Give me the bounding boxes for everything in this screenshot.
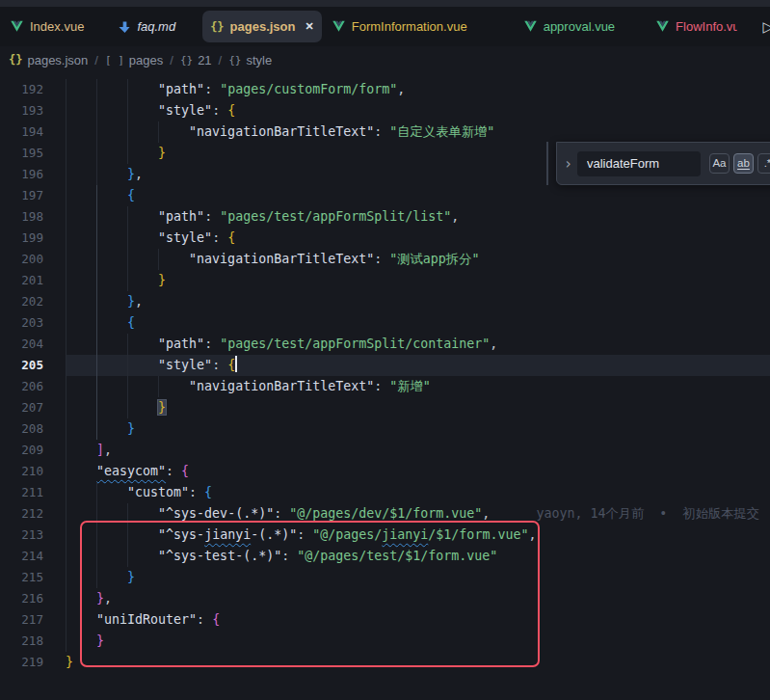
line-number[interactable]: 195 bbox=[0, 143, 43, 164]
line-number[interactable]: 192 bbox=[0, 79, 43, 100]
code-content[interactable]: "navigationBarTitleText": "自定义表单新增" bbox=[66, 121, 770, 143]
line-number[interactable]: 193 bbox=[0, 100, 43, 121]
code-line[interactable]: 201 } bbox=[0, 270, 770, 291]
line-number[interactable]: 210 bbox=[0, 461, 43, 482]
line-number[interactable]: 201 bbox=[0, 270, 43, 291]
line-number[interactable]: 205 bbox=[0, 355, 43, 376]
code-line[interactable]: 209 ], bbox=[0, 440, 770, 461]
code-content[interactable]: "path": "pages/customForm/form", bbox=[66, 79, 770, 100]
breadcrumb-item-pages-json[interactable]: {}pages.json bbox=[9, 53, 88, 67]
code-line[interactable]: 219} bbox=[0, 652, 770, 673]
line-number[interactable]: 211 bbox=[0, 482, 43, 503]
code-content[interactable]: } bbox=[66, 631, 770, 652]
line-number[interactable]: 208 bbox=[0, 418, 43, 440]
breadcrumb-item-21[interactable]: {}21 bbox=[180, 53, 212, 67]
code-line[interactable]: 218 } bbox=[0, 631, 770, 652]
code-content[interactable]: }, bbox=[66, 588, 770, 609]
code-content[interactable]: "^sys-dev-(.*)": "@/pages/dev/$1/form.vu… bbox=[66, 503, 770, 525]
line-number[interactable]: 199 bbox=[0, 228, 43, 249]
line-number[interactable]: 204 bbox=[0, 334, 43, 355]
tab-index-vue[interactable]: Index.vue bbox=[2, 11, 92, 42]
line-number[interactable]: 219 bbox=[0, 652, 43, 673]
tab-close-button[interactable]: ✕ bbox=[305, 20, 314, 33]
line-number[interactable]: 194 bbox=[0, 121, 43, 143]
code-line[interactable]: 206 "navigationBarTitleText": "新增" bbox=[0, 376, 770, 397]
code-content[interactable]: } bbox=[66, 418, 770, 440]
code-content[interactable]: } bbox=[66, 270, 770, 291]
code-line[interactable]: 194 "navigationBarTitleText": "自定义表单新增" bbox=[0, 121, 770, 143]
find-widget-sash[interactable] bbox=[546, 142, 548, 185]
code-content[interactable]: "path": "pages/test/appFormSplit/list", bbox=[66, 206, 770, 228]
code-line[interactable]: 200 "navigationBarTitleText": "测试app拆分" bbox=[0, 249, 770, 270]
code-content[interactable]: { bbox=[66, 312, 770, 334]
line-number[interactable]: 206 bbox=[0, 376, 43, 397]
code-token bbox=[66, 209, 158, 224]
code-line[interactable]: 213 "^sys-jianyi-(.*)": "@/pages/jianyi/… bbox=[0, 525, 770, 546]
tab-flowinfo-vue[interactable]: FlowInfo.vue bbox=[648, 11, 745, 42]
code-line[interactable]: 198 "path": "pages/test/appFormSplit/lis… bbox=[0, 206, 770, 228]
breadcrumb-item-pages[interactable]: [ ]pages bbox=[105, 53, 163, 67]
line-number[interactable]: 213 bbox=[0, 525, 43, 546]
find-input[interactable] bbox=[577, 151, 701, 176]
code-content[interactable]: { bbox=[66, 185, 770, 206]
line-number[interactable]: 196 bbox=[0, 164, 43, 185]
whole-word-button[interactable]: ab bbox=[733, 153, 754, 174]
tab-approval-vue[interactable]: approval.vue bbox=[516, 11, 623, 42]
code-line[interactable]: 214 "^sys-test-(.*)": "@/pages/test/$1/f… bbox=[0, 546, 770, 567]
code-line[interactable]: 199 "style": { bbox=[0, 228, 770, 249]
line-number[interactable]: 216 bbox=[0, 588, 43, 609]
code-content[interactable]: "easycom": { bbox=[66, 461, 770, 482]
line-number[interactable]: 198 bbox=[0, 206, 43, 228]
code-content[interactable]: "navigationBarTitleText": "新增" bbox=[66, 376, 770, 397]
line-number[interactable]: 215 bbox=[0, 567, 43, 588]
code-content[interactable]: "style": { bbox=[66, 228, 770, 249]
regex-button[interactable]: .* bbox=[757, 153, 770, 174]
code-line[interactable]: 210 "easycom": { bbox=[0, 461, 770, 482]
code-content[interactable]: "path": "pages/test/appFormSplit/contain… bbox=[66, 334, 770, 355]
code-line[interactable]: 211 "custom": { bbox=[0, 482, 770, 503]
code-line[interactable]: 217 "uniIdRouter": { bbox=[0, 609, 770, 631]
code-line[interactable]: 193 "style": { bbox=[0, 100, 770, 121]
code-line[interactable]: 205 "style": { bbox=[0, 355, 770, 376]
line-number[interactable]: 209 bbox=[0, 440, 43, 461]
tab-pages-json[interactable]: {}pages.json✕ bbox=[202, 11, 322, 42]
code-line[interactable]: 192 "path": "pages/customForm/form", bbox=[0, 79, 770, 100]
line-number[interactable]: 217 bbox=[0, 609, 43, 631]
code-content[interactable]: } bbox=[66, 397, 770, 418]
breadcrumb-item-style[interactable]: {}style bbox=[228, 53, 272, 67]
line-number[interactable]: 203 bbox=[0, 312, 43, 334]
find-expand-chevron-icon[interactable]: › bbox=[564, 155, 577, 173]
code-content[interactable]: "uniIdRouter": { bbox=[66, 609, 770, 631]
code-content[interactable]: }, bbox=[66, 291, 770, 312]
tab-faq-md[interactable]: faq.md bbox=[111, 11, 183, 42]
code-line[interactable]: 204 "path": "pages/test/appFormSplit/con… bbox=[0, 334, 770, 355]
code-line[interactable]: 212 "^sys-dev-(.*)": "@/pages/dev/$1/for… bbox=[0, 503, 770, 525]
code-line[interactable]: 207 } bbox=[0, 397, 770, 418]
code-content[interactable]: "style": { bbox=[66, 355, 770, 376]
run-icon[interactable]: ▷ bbox=[762, 18, 770, 36]
code-line[interactable]: 216 }, bbox=[0, 588, 770, 609]
code-line[interactable]: 202 }, bbox=[0, 291, 770, 312]
line-number[interactable]: 207 bbox=[0, 397, 43, 418]
editor[interactable]: 192 "path": "pages/customForm/form",193 … bbox=[0, 73, 770, 700]
line-number[interactable]: 212 bbox=[0, 503, 43, 525]
line-number[interactable]: 197 bbox=[0, 185, 43, 206]
code-line[interactable]: 208 } bbox=[0, 418, 770, 440]
code-line[interactable]: 203 { bbox=[0, 312, 770, 334]
code-content[interactable]: } bbox=[66, 652, 770, 673]
code-content[interactable]: "style": { bbox=[66, 100, 770, 121]
line-number[interactable]: 202 bbox=[0, 291, 43, 312]
line-number[interactable]: 218 bbox=[0, 631, 43, 652]
match-case-button[interactable]: Aa bbox=[709, 153, 730, 174]
code-line[interactable]: 197 { bbox=[0, 185, 770, 206]
code-content[interactable]: ], bbox=[66, 440, 770, 461]
line-number[interactable]: 200 bbox=[0, 249, 43, 270]
line-number[interactable]: 214 bbox=[0, 546, 43, 567]
code-content[interactable]: "^sys-jianyi-(.*)": "@/pages/jianyi/$1/f… bbox=[66, 525, 770, 546]
code-line[interactable]: 215 } bbox=[0, 567, 770, 588]
tab-forminformation-vue[interactable]: FormInformation.vue bbox=[324, 11, 475, 42]
code-content[interactable]: "^sys-test-(.*)": "@/pages/test/$1/form.… bbox=[66, 546, 770, 567]
code-content[interactable]: "custom": { bbox=[66, 482, 770, 503]
code-content[interactable]: } bbox=[66, 567, 770, 588]
code-content[interactable]: "navigationBarTitleText": "测试app拆分" bbox=[66, 249, 770, 270]
